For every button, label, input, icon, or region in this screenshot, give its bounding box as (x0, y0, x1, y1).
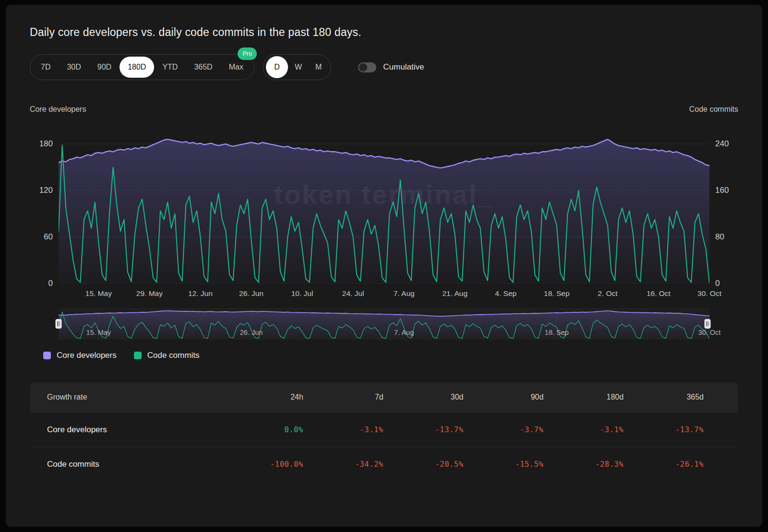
x-axis-label: 12. Jun (188, 289, 213, 298)
right-axis-tick: 80 (715, 232, 724, 242)
cumulative-toggle[interactable]: Cumulative (358, 62, 424, 72)
growth-value: -13.7% (384, 426, 464, 434)
main-chart-row: 060120180 token terminal_ 080160240 (30, 130, 738, 284)
granularity-tab-m[interactable]: M (309, 57, 328, 78)
growth-value: -3.7% (464, 426, 544, 434)
x-axis-row: 15. May29. May12. Jun26. Jun10. Jul24. J… (30, 284, 738, 301)
growth-table-header-cell: 90d (464, 393, 544, 402)
growth-value: -34.2% (303, 460, 384, 469)
x-axis-label: 4. Sep (495, 289, 516, 298)
right-axis-tick: 240 (715, 139, 729, 149)
x-axis-label: 30. Oct (697, 289, 721, 298)
growth-value: -13.7% (624, 426, 704, 434)
main-chart[interactable]: token terminal_ (59, 130, 709, 284)
left-axis-tick: 180 (39, 139, 53, 149)
main-chart-canvas[interactable] (59, 130, 709, 284)
legend-swatch-icon (43, 352, 51, 359)
brush-label: 30. Oct (698, 329, 721, 336)
range-tab-ytd[interactable]: YTD (154, 57, 186, 78)
left-axis-tick: 0 (48, 279, 53, 288)
app-frame: Daily core developers vs. daily code com… (0, 0, 768, 532)
legend-item-core-developers[interactable]: Core developers (43, 351, 117, 360)
cumulative-toggle-switch[interactable] (358, 62, 376, 72)
page-title: Daily core developers vs. daily code com… (30, 26, 738, 39)
x-axis-label: 7. Aug (394, 289, 415, 298)
range-tab-30d[interactable]: 30D (59, 57, 89, 78)
growth-table-row: Core developers0.0%-3.1%-13.7%-3.7%-3.1%… (30, 412, 738, 447)
controls-row: 7D30D90D180DYTD365DMaxPro DWM Cumulative (30, 54, 738, 80)
brush-handle-right[interactable] (705, 319, 711, 329)
growth-table-header-cell: 180d (543, 393, 624, 402)
growth-value: -15.5% (464, 460, 544, 469)
right-axis-title: Code commits (689, 105, 738, 114)
growth-table-row-label: Core developers (47, 425, 223, 435)
range-tab-group: 7D30D90D180DYTD365DMaxPro (30, 54, 254, 80)
x-axis-label: 15. May (85, 289, 112, 298)
left-axis-ticks: 060120180 (30, 130, 59, 284)
x-axis-labels: 15. May29. May12. Jun26. Jun10. Jul24. J… (59, 284, 709, 301)
growth-value: -3.1% (303, 426, 384, 434)
right-axis-tick: 0 (715, 279, 720, 288)
growth-table-row-label: Code commits (47, 460, 223, 469)
brush-label: 7. Aug (394, 329, 414, 336)
granularity-tab-d[interactable]: D (266, 56, 288, 78)
x-axis-label: 18. Sep (544, 289, 569, 298)
axis-titles-row: Core developers Code commits (30, 105, 738, 114)
growth-value: -28.3% (543, 460, 624, 469)
legend-swatch-icon (134, 352, 142, 359)
range-tab-90d[interactable]: 90D (89, 57, 120, 78)
range-tab-365d[interactable]: 365D (186, 57, 220, 78)
legend-label: Code commits (147, 351, 200, 360)
growth-table-row: Code commits-100.0%-34.2%-20.5%-15.5%-28… (30, 447, 738, 481)
growth-table-header-cell: 30d (384, 393, 464, 402)
x-axis-label: 21. Aug (442, 289, 468, 298)
growth-value: -20.5% (384, 460, 464, 469)
granularity-tab-group: DWM (263, 54, 331, 80)
brush-canvas[interactable] (59, 309, 709, 339)
growth-table: Growth rate24h7d30d90d180d365dCore devel… (30, 382, 738, 481)
x-axis-label: 10. Jul (291, 289, 313, 298)
range-tab-180d[interactable]: 180D (120, 57, 154, 78)
growth-table-header-cell: 24h (223, 393, 303, 402)
brush[interactable]: 15. May26. Jun7. Aug18. Sep30. Oct (59, 308, 709, 339)
growth-value: -26.1% (624, 460, 704, 469)
growth-value: -3.1% (543, 426, 624, 434)
pro-badge: Pro (238, 47, 256, 60)
dashboard-panel: Daily core developers vs. daily code com… (6, 5, 762, 527)
x-axis-label: 24. Jul (342, 289, 364, 298)
growth-value: 0.0% (223, 426, 303, 434)
brush-row: 15. May26. Jun7. Aug18. Sep30. Oct (30, 308, 738, 339)
brush-label: 26. Jun (240, 329, 263, 336)
growth-table-header-cell: 7d (303, 393, 384, 402)
x-axis-label: 26. Jun (239, 289, 264, 298)
brush-label: 15. May (86, 329, 111, 336)
brush-handle-left[interactable] (56, 319, 62, 329)
x-axis-label: 16. Oct (647, 289, 671, 298)
granularity-tab-w[interactable]: W (288, 57, 309, 78)
growth-table-header-cell: 365d (624, 393, 704, 402)
left-axis-tick: 120 (39, 186, 53, 195)
brush-label: 18. Sep (545, 329, 569, 336)
legend-label: Core developers (57, 351, 117, 360)
left-axis-title: Core developers (30, 105, 86, 114)
toggle-knob-icon (359, 63, 367, 71)
growth-table-header-cell: Growth rate (47, 393, 223, 402)
x-axis-label: 2. Oct (598, 289, 617, 298)
growth-value: -100.0% (223, 460, 303, 469)
right-axis-tick: 160 (715, 186, 729, 195)
legend: Core developersCode commits (43, 351, 738, 360)
range-tab-7d[interactable]: 7D (33, 57, 59, 78)
legend-item-code-commits[interactable]: Code commits (134, 351, 200, 360)
cumulative-toggle-label: Cumulative (383, 62, 424, 72)
right-axis-ticks: 080160240 (709, 130, 738, 284)
left-axis-tick: 60 (44, 232, 53, 242)
growth-table-header: Growth rate24h7d30d90d180d365d (30, 382, 738, 412)
x-axis-label: 29. May (136, 289, 163, 298)
